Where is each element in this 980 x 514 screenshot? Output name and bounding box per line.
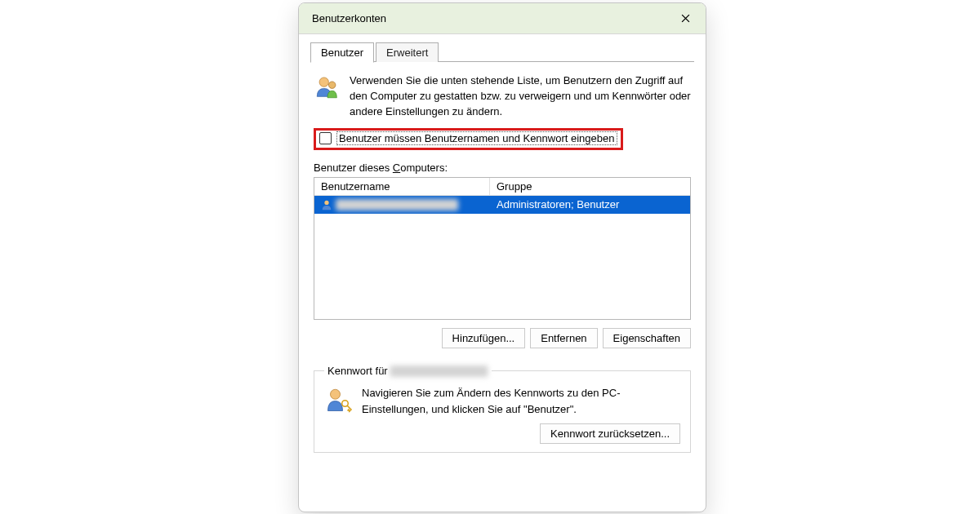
svg-point-0 xyxy=(319,78,328,86)
close-button[interactable] xyxy=(675,8,696,29)
users-icon xyxy=(314,73,341,101)
obscured-username xyxy=(336,199,458,210)
svg-point-3 xyxy=(331,389,341,399)
user-accounts-dialog: Benutzerkonten Benutzer Erweitert Verwen… xyxy=(298,2,706,512)
reset-password-button[interactable]: Kennwort zurücksetzen... xyxy=(540,423,680,444)
add-button[interactable]: Hinzufügen... xyxy=(442,328,526,348)
intro-row: Verwenden Sie die unten stehende Liste, … xyxy=(314,73,691,120)
cell-username xyxy=(314,199,490,210)
userlist-label: Benutzer dieses Computers: xyxy=(314,162,691,174)
password-groupbox: Kennwort für Navigieren Sie zum Ändern d… xyxy=(314,365,691,454)
tab-strip: Benutzer Erweitert xyxy=(299,34,706,62)
obscured-username-legend xyxy=(390,366,488,377)
tab-user[interactable]: Benutzer xyxy=(310,42,374,63)
titlebar: Benutzerkonten xyxy=(299,3,706,34)
require-login-label: Benutzer müssen Benutzernamen und Kennwo… xyxy=(336,131,617,145)
close-icon xyxy=(681,14,690,23)
tab-advanced[interactable]: Erweitert xyxy=(376,42,439,62)
properties-button[interactable]: Eigenschaften xyxy=(603,328,691,348)
cell-group: Administratoren; Benutzer xyxy=(490,198,690,210)
password-text: Navigieren Sie zum Ändern des Kennworts … xyxy=(362,385,680,417)
require-login-checkbox[interactable] xyxy=(319,132,332,144)
svg-point-2 xyxy=(324,200,328,204)
dialog-title: Benutzerkonten xyxy=(312,12,386,24)
table-row[interactable]: Administratoren; Benutzer xyxy=(314,196,690,214)
userlist-buttons: Hinzufügen... Entfernen Eigenschaften xyxy=(314,328,691,348)
remove-button[interactable]: Entfernen xyxy=(530,328,597,348)
user-listview[interactable]: Benutzername Gruppe Administratoren; Ben… xyxy=(314,177,691,320)
password-legend: Kennwort für xyxy=(324,365,492,378)
listview-header: Benutzername Gruppe xyxy=(314,178,690,196)
intro-text: Verwenden Sie die unten stehende Liste, … xyxy=(350,73,691,120)
require-login-highlight: Benutzer müssen Benutzernamen und Kennwo… xyxy=(314,128,623,150)
tab-body: Verwenden Sie die unten stehende Liste, … xyxy=(299,62,706,461)
col-username[interactable]: Benutzername xyxy=(314,178,490,195)
svg-point-1 xyxy=(328,82,336,89)
col-group[interactable]: Gruppe xyxy=(490,178,690,195)
user-icon xyxy=(321,199,332,210)
user-key-icon xyxy=(324,385,354,414)
